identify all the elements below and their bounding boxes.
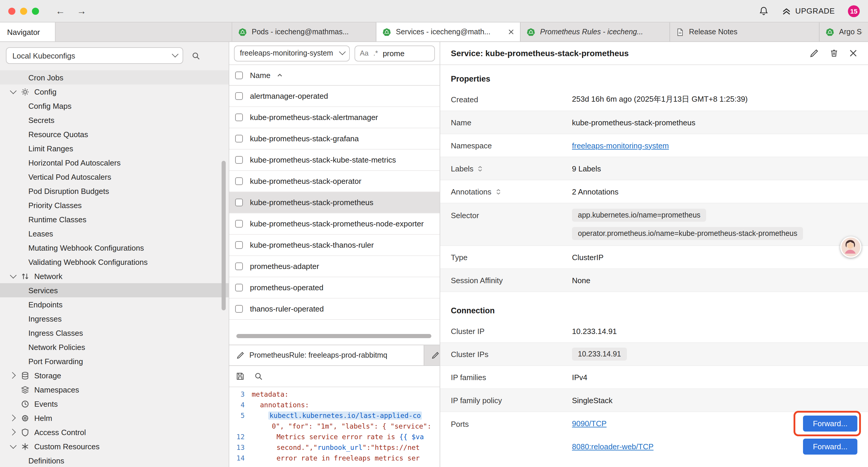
table-row[interactable]: kube-prometheus-stack-kube-state-metrics (229, 150, 440, 171)
edit-pencil-icon[interactable] (809, 49, 819, 58)
sidebar-item-priority-classes[interactable]: Priority Classes (0, 198, 229, 212)
forward-port-button[interactable]: Forward... (803, 439, 857, 455)
sidebar-group-config[interactable]: Config (0, 85, 229, 99)
property-row-session-affinity: Session Affinity None (440, 269, 868, 292)
table-row-selected[interactable]: kube-prometheus-stack-prometheus (229, 192, 440, 213)
delete-trash-icon[interactable] (830, 49, 838, 58)
sidebar-group-custom-resources[interactable]: Custom Resources (0, 439, 229, 454)
search-input[interactable] (382, 49, 424, 58)
sidebar-item-definitions[interactable]: Definitions (0, 454, 229, 467)
sidebar-group-helm[interactable]: Helm (0, 411, 229, 425)
avatar[interactable] (840, 236, 862, 258)
save-icon[interactable] (236, 372, 245, 381)
port-link-8080[interactable]: 8080:reloader-web/TCP (572, 442, 653, 451)
sidebar-item-endpoints[interactable]: Endpoints (0, 297, 229, 312)
tab-pods[interactable]: Pods - icecheng@mathmas... (232, 23, 376, 41)
row-checkbox[interactable] (235, 135, 243, 143)
notifications-bell-icon[interactable] (759, 6, 769, 16)
sidebar-item-network-policies[interactable]: Network Policies (0, 340, 229, 354)
sidebar-item-mutating-webhook-configurations[interactable]: Mutating Webhook Configurations (0, 241, 229, 255)
table-row[interactable]: thanos-ruler-operated (229, 298, 440, 320)
row-checkbox[interactable] (235, 262, 243, 270)
row-checkbox[interactable] (235, 114, 243, 121)
sidebar-item-resource-quotas[interactable]: Resource Quotas (0, 127, 229, 141)
tab-prometheus-rules[interactable]: Prometheus Rules - icecheng... (521, 23, 670, 41)
sidebar-item-runtime-classes[interactable]: Runtime Classes (0, 212, 229, 226)
tab-services[interactable]: Services - icecheng@math... (376, 23, 521, 41)
sidebar-item-horizontal-pod-autoscalers[interactable]: Horizontal Pod Autoscalers (0, 155, 229, 170)
row-checkbox[interactable] (235, 177, 243, 185)
sidebar-scrollbar[interactable] (222, 161, 226, 310)
tab-release-notes[interactable]: Release Notes (670, 23, 819, 41)
list-search-box[interactable]: Aa .* (354, 45, 435, 61)
sidebar-item-vertical-pod-autoscalers[interactable]: Vertical Pod Autoscalers (0, 170, 229, 184)
namespace-filter-dropdown[interactable]: freeleaps-monitoring-system (234, 45, 350, 61)
sidebar-item-events[interactable]: Events (0, 397, 229, 411)
row-checkbox[interactable] (235, 92, 243, 100)
tab-bar-spacer (56, 23, 232, 41)
table-row[interactable]: kube-prometheus-stack-prometheus-node-ex… (229, 213, 440, 235)
sidebar-item-leases[interactable]: Leases (0, 226, 229, 241)
minimize-window-button[interactable] (20, 7, 27, 14)
sidebar-item-secrets[interactable]: Secrets (0, 113, 229, 127)
sidebar-item-services[interactable]: Services (0, 283, 229, 297)
sidebar-group-access-control[interactable]: Access Control (0, 425, 229, 439)
forward-button[interactable]: → (77, 6, 86, 16)
close-window-button[interactable] (8, 7, 16, 14)
port-link-9090[interactable]: 9090/TCP (572, 419, 607, 428)
back-button[interactable]: ← (56, 6, 65, 16)
table-row[interactable]: alertmanager-operated (229, 86, 440, 107)
namespace-link[interactable]: freeleaps-monitoring-system (572, 141, 669, 150)
name-column-header[interactable]: Name (250, 71, 270, 80)
editor-search-icon[interactable] (254, 372, 263, 381)
sidebar-item-namespaces[interactable]: Namespaces (0, 382, 229, 397)
horizontal-scrollbar[interactable] (236, 334, 431, 338)
forward-port-button[interactable]: Forward... (803, 415, 857, 432)
sidebar-item-cron-jobs[interactable]: Cron Jobs (0, 70, 229, 85)
row-checkbox[interactable] (235, 241, 243, 249)
sidebar-item-limit-ranges[interactable]: Limit Ranges (0, 141, 229, 155)
upgrade-button[interactable]: UPGRADE (782, 6, 835, 16)
sidebar-item-ingress-classes[interactable]: Ingress Classes (0, 326, 229, 340)
table-row[interactable]: prometheus-operated (229, 277, 440, 298)
row-checkbox[interactable] (235, 199, 243, 206)
navigator-tab[interactable]: Navigator (0, 23, 56, 41)
row-checkbox[interactable] (235, 305, 243, 313)
table-row[interactable]: kube-prometheus-stack-alertmanager (229, 107, 440, 128)
row-checkbox[interactable] (235, 284, 243, 291)
row-checkbox[interactable] (235, 156, 243, 164)
expand-collapse-icon[interactable] (477, 165, 484, 172)
table-header: Name (229, 65, 440, 86)
yaml-editor[interactable]: 3metadata: 4annotations: 5kubectl.kubern… (229, 387, 440, 467)
table-row[interactable]: prometheus-adapter (229, 256, 440, 277)
chevron-down-icon (10, 272, 17, 279)
sidebar-group-network[interactable]: Network (0, 269, 229, 283)
sidebar-group-storage[interactable]: Storage (0, 368, 229, 382)
table-row[interactable]: kube-prometheus-stack-grafana (229, 128, 440, 150)
row-checkbox[interactable] (235, 220, 243, 228)
sidebar-item-pod-disruption-budgets[interactable]: Pod Disruption Budgets (0, 184, 229, 198)
sidebar-item-port-forwarding[interactable]: Port Forwarding (0, 354, 229, 368)
table-row[interactable]: kube-prometheus-stack-operator (229, 171, 440, 192)
tab-argo[interactable]: Argo Se (819, 23, 868, 41)
sidebar-item-ingresses[interactable]: Ingresses (0, 312, 229, 326)
service-detail-panel: Service: kube-prometheus-stack-prometheu… (440, 42, 868, 467)
editor-tab-prometheusrule[interactable]: PrometheusRule: freeleaps-prod-rabbitmq (229, 345, 424, 365)
editor-tab-partial[interactable] (424, 345, 440, 365)
sidebar-search-icon[interactable] (191, 51, 200, 60)
sort-ascending-icon[interactable] (276, 72, 283, 78)
kubernetes-icon (238, 28, 247, 36)
close-panel-icon[interactable] (849, 49, 857, 57)
close-tab-icon[interactable] (508, 29, 514, 35)
zoom-window-button[interactable] (32, 7, 39, 14)
property-row-ip-family-policy: IP family policy SingleStack (440, 389, 868, 412)
match-case-toggle[interactable]: Aa (360, 49, 368, 57)
sidebar-item-config-maps[interactable]: Config Maps (0, 99, 229, 113)
table-row[interactable]: kube-prometheus-stack-thanos-ruler (229, 235, 440, 256)
select-all-checkbox[interactable] (235, 71, 243, 79)
regex-toggle[interactable]: .* (373, 49, 378, 57)
expand-collapse-icon[interactable] (495, 188, 501, 195)
notification-count-badge[interactable]: 15 (848, 5, 860, 17)
sidebar-item-validating-webhook-configurations[interactable]: Validating Webhook Configurations (0, 255, 229, 269)
kubeconfig-selector[interactable]: Local Kubeconfigs (6, 47, 183, 64)
